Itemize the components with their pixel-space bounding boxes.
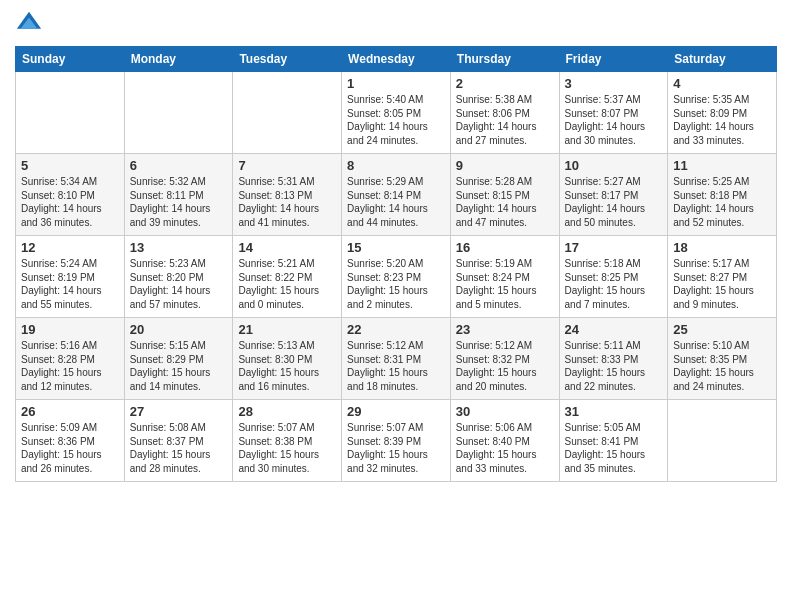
day-info: Sunrise: 5:05 AM Sunset: 8:41 PM Dayligh… — [565, 421, 663, 475]
calendar-table: SundayMondayTuesdayWednesdayThursdayFrid… — [15, 46, 777, 482]
weekday-header-saturday: Saturday — [668, 47, 777, 72]
calendar-cell: 20Sunrise: 5:15 AM Sunset: 8:29 PM Dayli… — [124, 318, 233, 400]
weekday-header-wednesday: Wednesday — [342, 47, 451, 72]
day-info: Sunrise: 5:21 AM Sunset: 8:22 PM Dayligh… — [238, 257, 336, 311]
day-number: 22 — [347, 322, 445, 337]
weekday-header-friday: Friday — [559, 47, 668, 72]
day-number: 23 — [456, 322, 554, 337]
day-number: 6 — [130, 158, 228, 173]
calendar-cell: 13Sunrise: 5:23 AM Sunset: 8:20 PM Dayli… — [124, 236, 233, 318]
calendar-week-row: 1Sunrise: 5:40 AM Sunset: 8:05 PM Daylig… — [16, 72, 777, 154]
calendar-cell: 19Sunrise: 5:16 AM Sunset: 8:28 PM Dayli… — [16, 318, 125, 400]
day-info: Sunrise: 5:17 AM Sunset: 8:27 PM Dayligh… — [673, 257, 771, 311]
day-number: 21 — [238, 322, 336, 337]
calendar-cell: 15Sunrise: 5:20 AM Sunset: 8:23 PM Dayli… — [342, 236, 451, 318]
day-info: Sunrise: 5:11 AM Sunset: 8:33 PM Dayligh… — [565, 339, 663, 393]
day-info: Sunrise: 5:23 AM Sunset: 8:20 PM Dayligh… — [130, 257, 228, 311]
calendar-cell: 1Sunrise: 5:40 AM Sunset: 8:05 PM Daylig… — [342, 72, 451, 154]
day-number: 8 — [347, 158, 445, 173]
day-number: 17 — [565, 240, 663, 255]
calendar-cell: 8Sunrise: 5:29 AM Sunset: 8:14 PM Daylig… — [342, 154, 451, 236]
day-number: 9 — [456, 158, 554, 173]
logo — [15, 10, 47, 38]
day-info: Sunrise: 5:28 AM Sunset: 8:15 PM Dayligh… — [456, 175, 554, 229]
calendar-cell: 28Sunrise: 5:07 AM Sunset: 8:38 PM Dayli… — [233, 400, 342, 482]
day-info: Sunrise: 5:25 AM Sunset: 8:18 PM Dayligh… — [673, 175, 771, 229]
calendar-week-row: 5Sunrise: 5:34 AM Sunset: 8:10 PM Daylig… — [16, 154, 777, 236]
calendar-cell: 11Sunrise: 5:25 AM Sunset: 8:18 PM Dayli… — [668, 154, 777, 236]
calendar-week-row: 19Sunrise: 5:16 AM Sunset: 8:28 PM Dayli… — [16, 318, 777, 400]
day-number: 18 — [673, 240, 771, 255]
day-info: Sunrise: 5:35 AM Sunset: 8:09 PM Dayligh… — [673, 93, 771, 147]
day-number: 25 — [673, 322, 771, 337]
calendar-cell: 21Sunrise: 5:13 AM Sunset: 8:30 PM Dayli… — [233, 318, 342, 400]
calendar-cell: 29Sunrise: 5:07 AM Sunset: 8:39 PM Dayli… — [342, 400, 451, 482]
day-info: Sunrise: 5:18 AM Sunset: 8:25 PM Dayligh… — [565, 257, 663, 311]
day-info: Sunrise: 5:10 AM Sunset: 8:35 PM Dayligh… — [673, 339, 771, 393]
calendar-week-row: 12Sunrise: 5:24 AM Sunset: 8:19 PM Dayli… — [16, 236, 777, 318]
day-info: Sunrise: 5:34 AM Sunset: 8:10 PM Dayligh… — [21, 175, 119, 229]
day-number: 20 — [130, 322, 228, 337]
calendar-cell: 16Sunrise: 5:19 AM Sunset: 8:24 PM Dayli… — [450, 236, 559, 318]
day-number: 5 — [21, 158, 119, 173]
day-info: Sunrise: 5:07 AM Sunset: 8:39 PM Dayligh… — [347, 421, 445, 475]
day-number: 16 — [456, 240, 554, 255]
day-number: 11 — [673, 158, 771, 173]
calendar-cell: 30Sunrise: 5:06 AM Sunset: 8:40 PM Dayli… — [450, 400, 559, 482]
day-number: 26 — [21, 404, 119, 419]
day-number: 2 — [456, 76, 554, 91]
day-number: 27 — [130, 404, 228, 419]
day-info: Sunrise: 5:09 AM Sunset: 8:36 PM Dayligh… — [21, 421, 119, 475]
calendar-cell: 14Sunrise: 5:21 AM Sunset: 8:22 PM Dayli… — [233, 236, 342, 318]
day-number: 12 — [21, 240, 119, 255]
day-number: 30 — [456, 404, 554, 419]
day-info: Sunrise: 5:19 AM Sunset: 8:24 PM Dayligh… — [456, 257, 554, 311]
day-info: Sunrise: 5:15 AM Sunset: 8:29 PM Dayligh… — [130, 339, 228, 393]
day-info: Sunrise: 5:40 AM Sunset: 8:05 PM Dayligh… — [347, 93, 445, 147]
weekday-header-thursday: Thursday — [450, 47, 559, 72]
day-info: Sunrise: 5:29 AM Sunset: 8:14 PM Dayligh… — [347, 175, 445, 229]
calendar-cell: 9Sunrise: 5:28 AM Sunset: 8:15 PM Daylig… — [450, 154, 559, 236]
calendar-cell: 27Sunrise: 5:08 AM Sunset: 8:37 PM Dayli… — [124, 400, 233, 482]
day-number: 24 — [565, 322, 663, 337]
day-number: 14 — [238, 240, 336, 255]
logo-icon — [15, 10, 43, 38]
day-info: Sunrise: 5:16 AM Sunset: 8:28 PM Dayligh… — [21, 339, 119, 393]
day-info: Sunrise: 5:06 AM Sunset: 8:40 PM Dayligh… — [456, 421, 554, 475]
calendar-cell: 7Sunrise: 5:31 AM Sunset: 8:13 PM Daylig… — [233, 154, 342, 236]
day-info: Sunrise: 5:24 AM Sunset: 8:19 PM Dayligh… — [21, 257, 119, 311]
calendar-cell: 17Sunrise: 5:18 AM Sunset: 8:25 PM Dayli… — [559, 236, 668, 318]
day-number: 15 — [347, 240, 445, 255]
page-container: SundayMondayTuesdayWednesdayThursdayFrid… — [0, 0, 792, 492]
day-info: Sunrise: 5:12 AM Sunset: 8:32 PM Dayligh… — [456, 339, 554, 393]
day-info: Sunrise: 5:13 AM Sunset: 8:30 PM Dayligh… — [238, 339, 336, 393]
calendar-cell — [233, 72, 342, 154]
calendar-cell: 3Sunrise: 5:37 AM Sunset: 8:07 PM Daylig… — [559, 72, 668, 154]
weekday-header-sunday: Sunday — [16, 47, 125, 72]
calendar-week-row: 26Sunrise: 5:09 AM Sunset: 8:36 PM Dayli… — [16, 400, 777, 482]
calendar-cell: 10Sunrise: 5:27 AM Sunset: 8:17 PM Dayli… — [559, 154, 668, 236]
day-number: 4 — [673, 76, 771, 91]
calendar-cell: 12Sunrise: 5:24 AM Sunset: 8:19 PM Dayli… — [16, 236, 125, 318]
day-info: Sunrise: 5:37 AM Sunset: 8:07 PM Dayligh… — [565, 93, 663, 147]
calendar-cell: 31Sunrise: 5:05 AM Sunset: 8:41 PM Dayli… — [559, 400, 668, 482]
calendar-cell: 6Sunrise: 5:32 AM Sunset: 8:11 PM Daylig… — [124, 154, 233, 236]
weekday-header-row: SundayMondayTuesdayWednesdayThursdayFrid… — [16, 47, 777, 72]
day-info: Sunrise: 5:20 AM Sunset: 8:23 PM Dayligh… — [347, 257, 445, 311]
day-number: 1 — [347, 76, 445, 91]
day-info: Sunrise: 5:07 AM Sunset: 8:38 PM Dayligh… — [238, 421, 336, 475]
calendar-cell: 18Sunrise: 5:17 AM Sunset: 8:27 PM Dayli… — [668, 236, 777, 318]
day-info: Sunrise: 5:31 AM Sunset: 8:13 PM Dayligh… — [238, 175, 336, 229]
weekday-header-tuesday: Tuesday — [233, 47, 342, 72]
day-info: Sunrise: 5:08 AM Sunset: 8:37 PM Dayligh… — [130, 421, 228, 475]
calendar-cell: 4Sunrise: 5:35 AM Sunset: 8:09 PM Daylig… — [668, 72, 777, 154]
weekday-header-monday: Monday — [124, 47, 233, 72]
day-number: 13 — [130, 240, 228, 255]
day-number: 19 — [21, 322, 119, 337]
day-info: Sunrise: 5:12 AM Sunset: 8:31 PM Dayligh… — [347, 339, 445, 393]
calendar-cell: 24Sunrise: 5:11 AM Sunset: 8:33 PM Dayli… — [559, 318, 668, 400]
calendar-cell: 23Sunrise: 5:12 AM Sunset: 8:32 PM Dayli… — [450, 318, 559, 400]
day-info: Sunrise: 5:38 AM Sunset: 8:06 PM Dayligh… — [456, 93, 554, 147]
calendar-cell: 5Sunrise: 5:34 AM Sunset: 8:10 PM Daylig… — [16, 154, 125, 236]
day-number: 29 — [347, 404, 445, 419]
